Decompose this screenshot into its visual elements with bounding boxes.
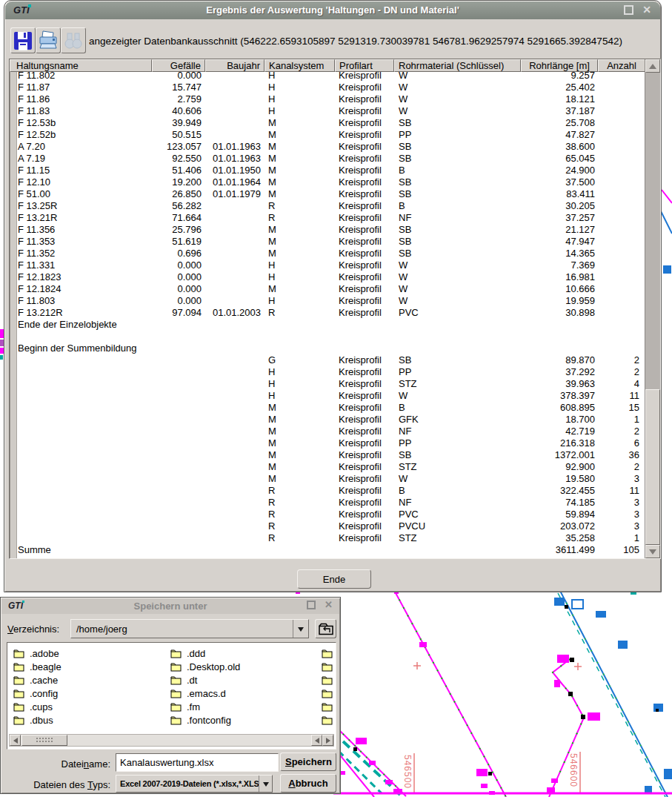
table-row[interactable]: F 11.86 2.759 H Kreisprofil W 18.121 [10, 93, 645, 105]
folder-item[interactable]: .dt [170, 673, 319, 687]
column-header-kanalsystem[interactable]: Kanalsystem [265, 59, 335, 72]
results-titlebar[interactable]: GTI Ergebnis der Auswertung 'Haltungen -… [5, 1, 660, 19]
table-row[interactable]: F 11.353 51.619 M Kreisprofil SB 47.947 [10, 236, 645, 248]
table-row[interactable]: A 7.19 92.550 01.01.1963 M Kreisprofil S… [10, 153, 645, 165]
table-row[interactable]: F 11.15 51.406 01.01.1950 M Kreisprofil … [10, 165, 645, 176]
up-directory-button[interactable] [315, 619, 336, 638]
table-row[interactable]: M Kreisprofil PP 216.318 6 [10, 437, 645, 449]
table-row[interactable]: H Kreisprofil W 378.397 11 [10, 390, 645, 402]
folder-icon [322, 702, 333, 712]
table-row[interactable]: H Kreisprofil PP 37.292 2 [10, 366, 645, 378]
table-row[interactable]: H Kreisprofil STZ 39.963 4 [10, 378, 645, 390]
dialog-titlebar[interactable]: GTI Speichern unter ✕ [1, 598, 339, 614]
vertical-scrollbar[interactable] [645, 59, 660, 558]
table-row[interactable]: F 13.212R 97.094 01.01.2003 R Kreisprofi… [10, 307, 645, 319]
folder-list[interactable]: .adobe .beagle .cache [7, 642, 336, 750]
save-button[interactable] [10, 27, 36, 53]
column-header-rohrmaterial[interactable]: Rohrmaterial (Schlüssel) [394, 59, 521, 72]
table-row[interactable]: M Kreisprofil NF 42.719 2 [10, 426, 645, 437]
horizontal-scrollbar[interactable] [9, 734, 334, 747]
scroll-left-icon[interactable] [311, 735, 322, 746]
folder-item[interactable]: .beagle [13, 660, 165, 673]
column-header-rohrlaenge[interactable]: Rohrlänge [m] [521, 59, 598, 72]
table-row[interactable]: Ende der Einzelobjekte [10, 319, 645, 331]
column-header-profilart[interactable]: Profilart [335, 59, 394, 72]
save-button[interactable]: Speichern [280, 753, 336, 771]
directory-value: /home/joerg [71, 624, 293, 635]
table-row[interactable]: F 11.331 0.000 H Kreisprofil W 7.369 [10, 259, 645, 271]
folder-item[interactable]: .adobe [13, 646, 165, 660]
table-row[interactable]: F 11.83 40.606 H Kreisprofil W 37.187 [10, 105, 645, 117]
table-row[interactable]: R Kreisprofil NF 74.185 3 [10, 497, 645, 509]
table-row[interactable]: F 11.803 0.000 H Kreisprofil W 19.959 [10, 295, 645, 307]
filetype-combobox[interactable]: Excel 2007-2019-Dateien (*.xlsx,*.XLSX) [116, 775, 273, 793]
table-row[interactable]: F 13.25R 56.282 R Kreisprofil B 30.205 [10, 200, 645, 212]
folder-column-1: .adobe .beagle .cache [13, 646, 165, 727]
table-row[interactable]: M Kreisprofil W 19.580 3 [10, 473, 645, 485]
folder-item[interactable]: .config [13, 687, 165, 700]
table-body: F 11.802 0.000 H Kreisprofil W 9.257 F 1… [10, 72, 645, 558]
folder-item[interactable]: .dbus [13, 713, 165, 727]
folder-item[interactable] [322, 687, 335, 700]
scroll-right-icon[interactable] [322, 735, 333, 746]
folder-item[interactable] [322, 646, 335, 660]
folder-item[interactable] [322, 713, 335, 727]
folder-item[interactable]: .ddd [170, 646, 319, 660]
table-row[interactable]: F 13.21R 71.664 R Kreisprofil NF 37.257 [10, 212, 645, 224]
table-row[interactable] [10, 331, 645, 343]
maximize-icon[interactable] [307, 601, 316, 609]
table-row[interactable]: Beginn der Summenbildung [10, 343, 645, 354]
table-row[interactable]: F 11.352 0.696 M Kreisprofil SB 14.365 [10, 248, 645, 259]
maximize-icon[interactable] [624, 5, 633, 15]
chevron-down-icon[interactable] [259, 775, 272, 792]
table-row[interactable]: M Kreisprofil SB 1372.001 36 [10, 449, 645, 461]
folder-item[interactable]: .fontconfig [170, 713, 319, 727]
table-row[interactable]: F 12.53b 39.949 M Kreisprofil SB 25.708 [10, 117, 645, 129]
folder-icon [322, 662, 333, 672]
column-header-baujahr[interactable]: Baujahr [205, 59, 265, 72]
table-row[interactable]: F 11.356 25.796 M Kreisprofil SB 21.127 [10, 224, 645, 236]
folder-item[interactable]: .fm [170, 700, 319, 713]
search-button[interactable] [61, 27, 86, 53]
folder-item[interactable] [322, 673, 335, 687]
end-button[interactable]: Ende [297, 569, 371, 589]
scroll-up-icon[interactable] [645, 59, 660, 73]
column-header-anzahl[interactable]: Anzahl [598, 59, 645, 72]
table-row[interactable]: F 51.00 26.850 01.01.1979 M Kreisprofil … [10, 188, 645, 200]
close-icon[interactable]: ✕ [642, 5, 651, 15]
folder-item[interactable] [322, 660, 335, 673]
scroll-down-icon[interactable] [645, 545, 660, 558]
table-row[interactable]: F 12.52b 50.515 M Kreisprofil PP 47.827 [10, 129, 645, 141]
table-row[interactable]: F 11.87 15.747 H Kreisprofil W 25.402 [10, 82, 645, 93]
folder-item[interactable]: .Desktop.old [170, 660, 319, 673]
folder-item[interactable]: .cups [13, 700, 165, 713]
close-icon[interactable]: ✕ [325, 601, 333, 609]
table-row[interactable]: F 11.802 0.000 H Kreisprofil W 9.257 [10, 72, 645, 82]
scroll-left-icon[interactable] [10, 735, 21, 746]
table-row[interactable]: Summe 3611.499 105 [10, 544, 645, 556]
table-row[interactable]: F 12.1823 0.000 H Kreisprofil W 16.981 [10, 271, 645, 283]
table-row[interactable]: M Kreisprofil GFK 18.700 1 [10, 414, 645, 426]
print-button[interactable] [36, 27, 61, 53]
table-row[interactable]: F 12.1824 0.000 M Kreisprofil W 10.666 [10, 283, 645, 295]
horizontal-scrollbar-thumb[interactable] [21, 735, 67, 746]
table-row[interactable]: M Kreisprofil STZ 92.900 2 [10, 461, 645, 473]
table-row[interactable]: A 7.20 123.057 01.01.1963 M Kreisprofil … [10, 141, 645, 153]
chevron-down-icon[interactable] [293, 620, 308, 638]
folder-item[interactable]: .cache [13, 673, 165, 687]
filename-input[interactable] [116, 753, 279, 772]
table-row[interactable]: F 12.10 19.200 01.01.1964 M Kreisprofil … [10, 176, 645, 188]
directory-combobox[interactable]: /home/joerg [70, 619, 309, 638]
folder-item[interactable] [322, 700, 335, 713]
folder-item[interactable]: .emacs.d [170, 687, 319, 700]
cancel-button[interactable]: Abbruch [280, 774, 336, 793]
table-row[interactable]: G Kreisprofil SB 89.870 2 [10, 354, 645, 366]
table-row[interactable]: R Kreisprofil PVCU 203.072 3 [10, 520, 645, 532]
vertical-scrollbar-thumb[interactable] [645, 389, 660, 545]
table-row[interactable]: R Kreisprofil B 322.455 11 [10, 485, 645, 497]
column-header-gefaelle[interactable]: Gefälle [152, 59, 205, 72]
table-row[interactable]: R Kreisprofil PVC 59.894 3 [10, 509, 645, 520]
column-header-haltungsname[interactable]: Haltungsname [10, 59, 152, 72]
table-row[interactable]: R Kreisprofil STZ 35.258 1 [10, 532, 645, 544]
table-row[interactable]: M Kreisprofil B 608.895 15 [10, 402, 645, 414]
